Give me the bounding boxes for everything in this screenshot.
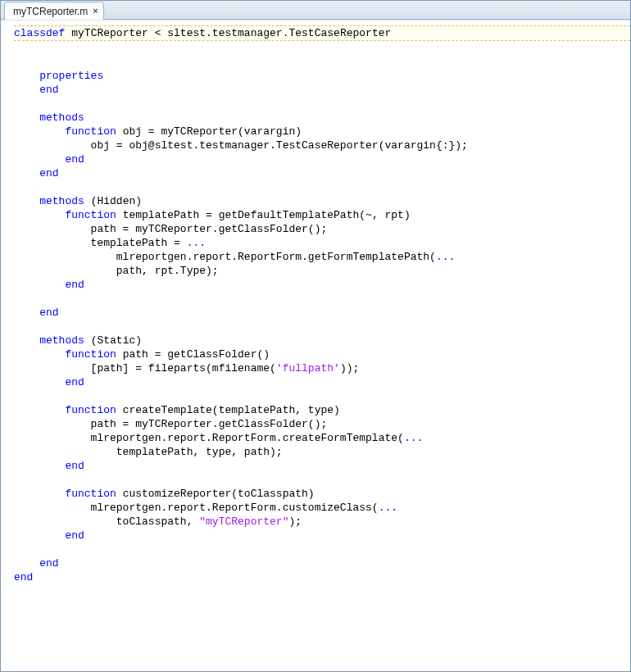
- code-editor[interactable]: classdef myTCReporter < sltest.testmanag…: [1, 20, 630, 671]
- editor-window: myTCReporter.m × classdef myTCReporter <…: [0, 0, 631, 672]
- tab-bar: myTCReporter.m ×: [1, 1, 630, 20]
- tab-filename: myTCReporter.m: [13, 6, 88, 17]
- code-content: classdef myTCReporter < sltest.testmanag…: [14, 25, 630, 584]
- close-icon[interactable]: ×: [93, 7, 98, 16]
- kw-classdef: classdef: [14, 27, 65, 39]
- file-tab[interactable]: myTCReporter.m ×: [4, 2, 104, 20]
